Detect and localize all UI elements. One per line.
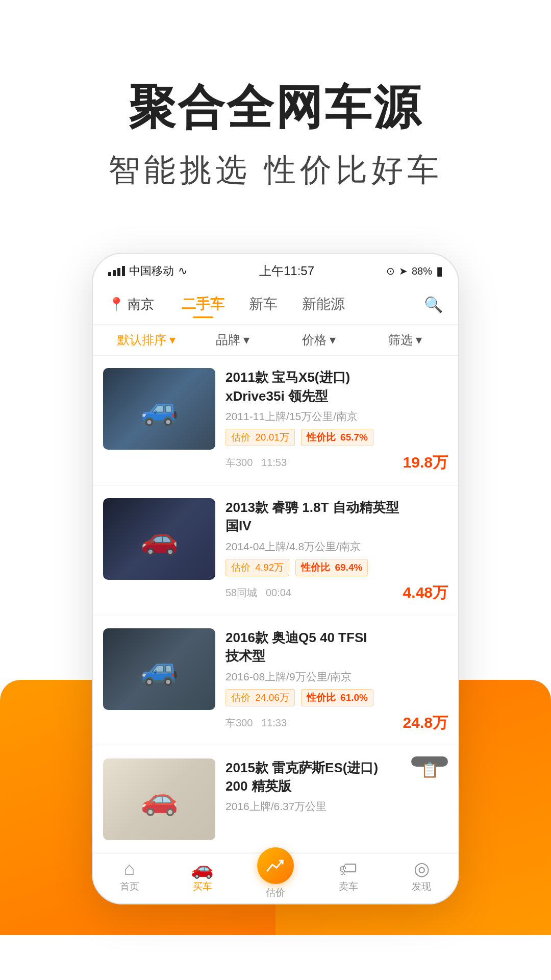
filter-sort[interactable]: 默认排序 ▾ — [103, 332, 189, 348]
car-price: 4.48万 — [403, 582, 448, 603]
chart-icon — [265, 855, 286, 876]
subscribe-button[interactable]: 📋 订阅 — [411, 756, 448, 767]
filter-price[interactable]: 价格 ▾ — [276, 332, 362, 348]
filter-price-label: 价格 — [302, 332, 327, 348]
car-footer: 车300 11:53 19.8万 — [226, 452, 448, 473]
car-details: 2011款 宝马X5(进口) xDrive35i 领先型 2011-11上牌/1… — [226, 368, 448, 473]
car-footer: 58同城 00:04 4.48万 — [226, 582, 448, 603]
car-details: 2016款 奥迪Q5 40 TFSI 技术型 2016-08上牌/9万公里/南京… — [226, 628, 448, 733]
tab-buy-label: 买车 — [193, 880, 212, 893]
car-thumbnail — [103, 368, 215, 450]
car-tags: 估价 4.92万 性价比 69.4% — [226, 559, 448, 576]
tab-sell-label: 卖车 — [339, 880, 358, 893]
car-item[interactable]: 2011款 宝马X5(进口) xDrive35i 领先型 2011-11上牌/1… — [93, 356, 458, 486]
nav-tabs: 📍 南京 二手车 新车 新能源 🔍 — [93, 284, 458, 325]
tab-buy-car[interactable]: 🚗 买车 — [166, 860, 239, 899]
car-meta: 2016上牌/6.37万公里 — [226, 799, 448, 814]
hero-subtitle: 智能挑选 性价比好车 — [31, 149, 520, 191]
phone-mockup: 中国移动 ∿ 上午11:57 ⊙ ➤ 88% ▮ 📍 南京 — [0, 222, 551, 904]
phone-section: 中国移动 ∿ 上午11:57 ⊙ ➤ 88% ▮ 📍 南京 — [0, 222, 551, 965]
filter-brand[interactable]: 品牌 ▾ — [189, 332, 276, 348]
tab-discover[interactable]: ◎ 发现 — [385, 860, 458, 899]
status-time: 上午11:57 — [259, 263, 314, 279]
status-bar: 中国移动 ∿ 上午11:57 ⊙ ➤ 88% ▮ — [93, 254, 458, 284]
car-source: 58同城 00:04 — [226, 586, 291, 600]
wifi-icon: ∿ — [178, 264, 187, 278]
car-price: 19.8万 — [403, 452, 448, 473]
tab-discover-label: 发现 — [412, 880, 431, 893]
car-footer: 车300 11:33 24.8万 — [226, 713, 448, 733]
hero-section: 聚合全网车源 智能挑选 性价比好车 — [0, 0, 551, 222]
estimate-icon-circle — [257, 847, 294, 884]
tab-new-car[interactable]: 新车 — [237, 290, 290, 318]
tab-home[interactable]: ⌂ 首页 — [93, 860, 166, 899]
filter-brand-label: 品牌 — [216, 332, 240, 348]
car-thumbnail — [103, 628, 215, 710]
estimate-tag: 估价 24.06万 — [226, 689, 295, 706]
chevron-down-icon-3: ▾ — [330, 333, 336, 347]
filter-more[interactable]: 筛选 ▾ — [362, 332, 448, 348]
filter-bar: 默认排序 ▾ 品牌 ▾ 价格 ▾ 筛选 ▾ — [93, 325, 458, 356]
battery-level: 88% — [412, 265, 432, 277]
car-title: 2016款 奥迪Q5 40 TFSI 技术型 — [226, 628, 448, 666]
chevron-down-icon: ▾ — [169, 333, 176, 347]
car-item[interactable]: 2015款 雷克萨斯ES(进口) 200 精英版 2016上牌/6.37万公里 … — [93, 746, 458, 853]
tab-new-energy[interactable]: 新能源 — [290, 290, 357, 318]
bottom-tab-bar: ⌂ 首页 🚗 买车 — [93, 853, 458, 903]
car-source: 车300 11:53 — [226, 456, 287, 470]
location-selector[interactable]: 📍 南京 — [108, 296, 154, 313]
location-pin-icon: 📍 — [108, 297, 124, 312]
filter-sort-label: 默认排序 — [117, 332, 166, 348]
location-icon: ⊙ — [386, 265, 395, 277]
tab-sell-car[interactable]: 🏷 卖车 — [312, 860, 385, 899]
car-thumbnail — [103, 758, 215, 840]
car-price: 24.8万 — [403, 713, 448, 733]
car-title: 2013款 睿骋 1.8T 自动精英型 国IV — [226, 498, 448, 535]
tag-icon: 🏷 — [339, 860, 358, 878]
car-tags: 估价 24.06万 性价比 61.0% — [226, 689, 448, 706]
status-left: 中国移动 ∿ — [108, 263, 187, 279]
tab-home-label: 首页 — [120, 880, 139, 893]
chevron-down-icon-4: ▾ — [416, 333, 422, 347]
tab-estimate[interactable]: 估价 — [239, 860, 312, 899]
car-meta: 2014-04上牌/4.8万公里/南京 — [226, 540, 448, 554]
filter-more-label: 筛选 — [388, 332, 413, 348]
car-meta: 2011-11上牌/15万公里/南京 — [226, 409, 448, 424]
value-ratio-tag: 性价比 65.7% — [301, 429, 373, 446]
car-title: 2011款 宝马X5(进口) xDrive35i 领先型 — [226, 368, 448, 405]
value-ratio-tag: 性价比 61.0% — [301, 689, 373, 706]
car-icon: 🚗 — [191, 860, 214, 878]
subscribe-icon: 📋 — [421, 762, 439, 778]
hero-title: 聚合全网车源 — [31, 82, 520, 133]
estimate-tag: 估价 20.01万 — [226, 429, 295, 446]
navigation-icon: ➤ — [399, 265, 408, 277]
car-details: 2015款 雷克萨斯ES(进口) 200 精英版 2016上牌/6.37万公里 — [226, 758, 448, 840]
tab-estimate-label: 估价 — [266, 886, 285, 899]
carrier: 中国移动 — [129, 263, 174, 279]
status-right: ⊙ ➤ 88% ▮ — [386, 264, 443, 278]
car-list: 2011款 宝马X5(进口) xDrive35i 领先型 2011-11上牌/1… — [93, 356, 458, 852]
value-ratio-tag: 性价比 69.4% — [295, 559, 368, 576]
battery-icon: ▮ — [436, 264, 443, 278]
chevron-down-icon-2: ▾ — [243, 333, 249, 347]
signal-icon — [108, 266, 125, 276]
tab-used-car[interactable]: 二手车 — [169, 290, 237, 318]
location-text: 南京 — [128, 296, 154, 313]
estimate-tag: 估价 4.92万 — [226, 559, 289, 576]
subscribe-label: 订阅 — [419, 780, 440, 794]
car-details: 2013款 睿骋 1.8T 自动精英型 国IV 2014-04上牌/4.8万公里… — [226, 498, 448, 603]
discover-icon: ◎ — [414, 860, 430, 878]
home-icon: ⌂ — [124, 860, 135, 878]
car-item[interactable]: 2013款 睿骋 1.8T 自动精英型 国IV 2014-04上牌/4.8万公里… — [93, 486, 458, 616]
car-item[interactable]: 2016款 奥迪Q5 40 TFSI 技术型 2016-08上牌/9万公里/南京… — [93, 616, 458, 746]
phone-frame: 中国移动 ∿ 上午11:57 ⊙ ➤ 88% ▮ 📍 南京 — [92, 253, 459, 904]
car-tags: 估价 20.01万 性价比 65.7% — [226, 429, 448, 446]
car-meta: 2016-08上牌/9万公里/南京 — [226, 670, 448, 684]
car-source: 车300 11:33 — [226, 716, 287, 730]
car-thumbnail — [103, 498, 215, 580]
search-icon[interactable]: 🔍 — [424, 296, 443, 313]
